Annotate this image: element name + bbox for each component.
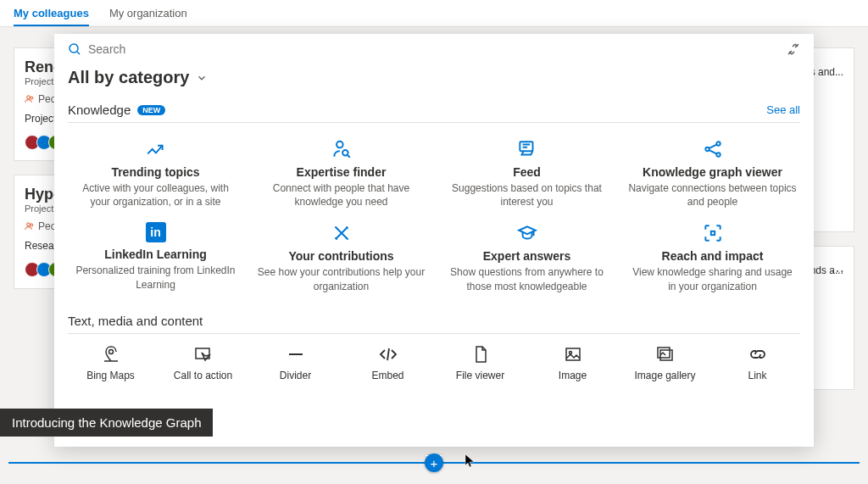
tile-reach-and-impact[interactable]: Reach and impact View knowledge sharing … [625,219,800,296]
image-icon [563,344,583,364]
tile-feed[interactable]: Feed Suggestions based on topics that in… [439,135,615,212]
gallery-icon [655,344,676,364]
link-icon [748,344,768,364]
tab-my-colleagues[interactable]: My colleagues [14,7,89,26]
item-bing-maps[interactable]: Bing Maps [68,344,153,381]
person-search-icon [331,138,353,160]
feed-icon [516,138,538,160]
tile-linkedin-learning[interactable]: in LinkedIn Learning Personalized traini… [68,219,243,296]
expand-icon [702,222,724,244]
svg-point-10 [716,153,720,156]
item-call-to-action[interactable]: Call to action [160,344,246,381]
content-grid: Bing Maps Call to action Divider Embed F… [54,334,814,392]
svg-point-0 [27,96,31,99]
collapse-icon[interactable] [787,42,800,56]
chevron-down-icon [196,72,208,84]
file-icon [470,344,491,364]
svg-rect-14 [566,348,580,360]
mortarboard-icon [516,222,538,244]
svg-rect-11 [710,231,714,235]
item-image-gallery[interactable]: Image gallery [622,344,708,381]
tile-knowledge-graph-viewer[interactable]: Knowledge graph viewer Navigate connecti… [625,135,800,212]
more-icon[interactable]: ⋯ [831,263,844,279]
cta-icon [193,344,214,364]
trending-icon [145,138,167,160]
section-title-knowledge: Knowledge NEW [68,103,165,117]
tile-your-contributions[interactable]: Your contributions See how your contribu… [253,219,429,296]
map-pin-icon [101,344,121,364]
svg-point-4 [70,44,78,53]
svg-rect-16 [660,350,672,360]
category-dropdown[interactable]: All by category [68,68,800,87]
search-icon [68,42,81,56]
page-tabs: My colleagues My organization [0,0,868,27]
tools-icon [331,222,353,244]
knowledge-grid: Trending topics Active with your colleag… [54,123,814,309]
see-all-link[interactable]: See all [766,103,800,116]
item-link[interactable]: Link [715,344,800,381]
add-section-button[interactable]: + [425,453,443,472]
svg-rect-7 [520,142,532,151]
video-caption: Introducing the Knowledge Graph [0,409,213,437]
tile-expert-answers[interactable]: Expert answers Show questions from anywh… [439,219,615,296]
svg-point-6 [342,150,348,156]
item-file-viewer[interactable]: File viewer [437,344,523,381]
code-icon [378,344,398,364]
section-title-content: Text, media and content [68,314,203,328]
item-embed[interactable]: Embed [345,344,431,381]
svg-point-8 [705,147,709,151]
linkedin-icon: in [146,222,166,242]
divider-icon [286,344,306,364]
item-image[interactable]: Image [530,344,615,381]
item-divider[interactable]: Divider [253,344,338,381]
people-icon [25,94,35,104]
svg-point-2 [27,223,31,226]
graph-icon [702,138,724,160]
svg-point-5 [337,142,343,148]
tile-expertise-finder[interactable]: Expertise finder Connect with people tha… [253,135,429,212]
people-icon [25,221,35,231]
svg-point-12 [108,349,113,353]
svg-point-3 [31,224,33,226]
new-badge: NEW [137,105,165,115]
tile-trending-topics[interactable]: Trending topics Active with your colleag… [68,135,243,212]
svg-point-9 [716,142,720,145]
mouse-cursor [465,453,476,469]
tab-my-organization[interactable]: My organization [109,7,187,26]
svg-point-1 [31,97,33,99]
search-input[interactable] [88,42,787,56]
webpart-toolbox-panel: All by category Knowledge NEW See all Tr… [54,34,814,447]
